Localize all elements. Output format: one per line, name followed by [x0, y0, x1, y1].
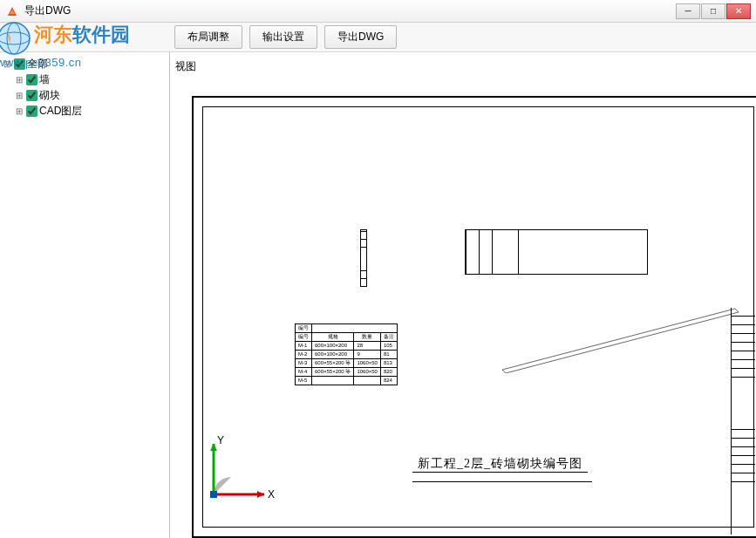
table-row: M-2600×100×200981: [296, 351, 398, 359]
svg-marker-4: [210, 444, 217, 451]
table-header-row: 编号: [296, 324, 398, 333]
layout-adjust-button[interactable]: 布局调整: [174, 25, 242, 49]
app-icon: [5, 4, 19, 18]
title-block: [731, 308, 755, 535]
drawing-viewport[interactable]: 视图 编号 编号 规格 数量: [170, 52, 756, 538]
table-row: M-3600×55×200 等1060×50813: [296, 359, 398, 368]
tree-item-block[interactable]: ⊞ 砌块: [2, 87, 167, 103]
expand-icon[interactable]: ⊞: [14, 106, 24, 116]
export-dwg-button[interactable]: 导出DWG: [324, 25, 397, 49]
tree-checkbox[interactable]: [26, 74, 37, 85]
minimize-button[interactable]: ─: [676, 3, 700, 19]
svg-marker-2: [257, 491, 264, 498]
toolbar: 布局调整 输出设置 导出DWG: [0, 23, 756, 52]
tree-root[interactable]: ⊟ 全部: [2, 56, 167, 72]
svg-marker-0: [502, 309, 739, 373]
close-button[interactable]: ✕: [726, 3, 751, 19]
window-controls: ─ □ ✕: [676, 3, 751, 19]
svg-text:X: X: [268, 488, 275, 501]
layer-tree-panel: ⊟ 全部 ⊞ 墙 ⊞ 砌块 ⊞ CAD图层: [0, 52, 170, 538]
brick-wall-element: [465, 229, 648, 275]
tree-root-label: 全部: [27, 57, 48, 72]
drawing-sheet: 编号 编号 规格 数量 备注 M-1600×100×20028105 M-260…: [192, 96, 756, 538]
tree-root-checkbox[interactable]: [14, 58, 25, 70]
drawing-frame: 编号 编号 规格 数量 备注 M-1600×100×20028105 M-260…: [202, 106, 754, 528]
view-label: 视图: [175, 59, 196, 74]
collapse-icon[interactable]: ⊟: [2, 59, 12, 69]
table-row: M-1600×100×20028105: [296, 342, 398, 351]
window-title: 导出DWG: [24, 3, 676, 18]
svg-rect-5: [210, 491, 217, 498]
svg-text:Y: Y: [217, 434, 224, 446]
table-cols-row: 编号 规格 数量 备注: [296, 333, 398, 342]
tree-item-wall[interactable]: ⊞ 墙: [2, 72, 167, 87]
maximize-button[interactable]: □: [701, 3, 725, 19]
table-row: M-4600×55×200 等1060×50820: [296, 368, 398, 377]
ucs-axis-icon: X Y: [196, 433, 275, 512]
drawing-title: 新工程_2层_砖墙砌块编号图: [412, 456, 592, 486]
expand-icon[interactable]: ⊞: [14, 75, 24, 85]
column-element: [360, 229, 367, 287]
schedule-table: 编号 编号 规格 数量 备注 M-1600×100×20028105 M-260…: [295, 323, 398, 385]
window-title-bar: 导出DWG ─ □ ✕: [0, 0, 756, 23]
tree-item-cadlayer[interactable]: ⊞ CAD图层: [2, 103, 167, 119]
output-settings-button[interactable]: 输出设置: [249, 25, 317, 49]
tree-item-label: CAD图层: [39, 104, 82, 119]
tree-checkbox[interactable]: [26, 90, 37, 101]
diagonal-bar-element: [500, 303, 744, 373]
table-row: M-5824: [296, 377, 398, 385]
tree-item-label: 墙: [39, 72, 50, 87]
tree-item-label: 砌块: [39, 88, 60, 103]
tree-checkbox[interactable]: [26, 106, 37, 117]
expand-icon[interactable]: ⊞: [14, 91, 24, 100]
